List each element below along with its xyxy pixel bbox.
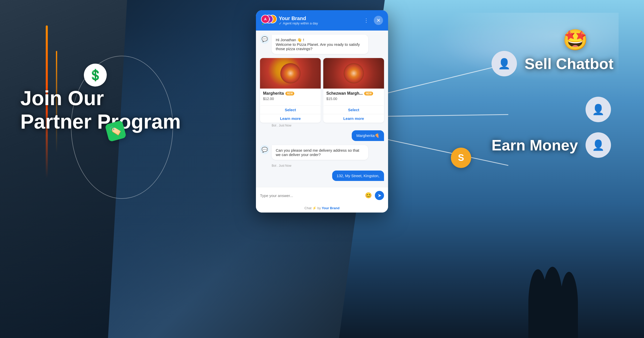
send-button[interactable]: ➤ [375,191,384,200]
product-info-1: Margherita NEW $12.00 [260,89,321,105]
chat-input-area: 😊 ➤ [256,187,388,204]
product-name-row-1: Margherita NEW [263,91,318,96]
product-price-2: $15.00 [326,97,381,101]
delivery-request-message: 💬 Can you please send me delivery addres… [260,145,384,160]
brand-name: Your Brand [279,16,358,21]
chat-header-info: Your Brand ✓ Agent reply within a day [279,16,358,25]
user-icon-3: 👤 [592,139,605,151]
right-content: 👤 Sell Chatbot 👤 Earn Money 👤 [492,51,614,178]
more-options-button[interactable]: ⋮ [362,16,371,25]
partner-program-title: Join Our Partner Program [20,87,181,133]
delivery-address-bubble: 132, My Street, Kingston, [332,171,384,181]
chat-input[interactable] [260,193,362,198]
user-selection-message: Margherita🍕 [260,130,384,141]
building-left [0,0,127,338]
stormtrooper-3 [528,269,547,338]
checkmark-icon: ✓ [279,21,282,25]
product-price-1: $12.00 [263,97,318,101]
dollar-coin: 💲 [84,64,107,87]
sell-chatbot-item: 👤 Sell Chatbot [492,51,614,76]
delivery-bubble: Can you please send me delivery address … [272,145,368,160]
select-button-1[interactable]: Select [260,105,321,114]
emoji-button[interactable]: 😊 [365,192,372,199]
avatar-1: A [261,15,270,23]
user-circle-2: 👤 [586,97,611,122]
new-badge-2: NEW [364,92,373,95]
pizza-visual-2 [344,63,364,83]
new-badge-1: NEW [285,92,294,95]
bot-avatar-1: 💬 [260,35,269,44]
product-name-2: Schezwan Margh... [326,91,363,96]
dollar-icon: 💲 [88,68,102,82]
earn-money-section: 👤 Earn Money 👤 [492,97,614,158]
bot-avatar-2: 💬 [260,145,269,154]
tag-icon: 🏷️ [109,124,122,138]
welcome-message: 💬 Hi Jonathan 👋 !Welcome to Pizza Planet… [260,35,384,54]
sell-chatbot-label: Sell Chatbot [525,55,614,73]
bot-label-1: Bot . Just Now [260,124,384,127]
close-button[interactable]: ✕ [374,16,383,25]
footer-brand: Your Brand [322,206,340,210]
chat-header-actions: ⋮ ✕ [362,16,383,25]
welcome-text: Hi Jonathan 👋 !Welcome to Pizza Planet. … [276,38,360,51]
chat-header: A B C Your Brand ✓ Agent reply within a … [256,10,388,31]
star-emoji: 🤩 [563,28,588,52]
user-circle-3: 👤 [586,132,611,158]
chat-footer: Chat ⚡ by Your Brand [256,204,388,213]
stormtrooper-2 [560,272,578,338]
product-cards: Margherita NEW $12.00 Select Learn more [260,58,384,123]
product-name-1: Margherita [263,91,284,96]
chat-avatars: A B C [261,15,275,26]
chat-body: 💬 Hi Jonathan 👋 !Welcome to Pizza Planet… [256,31,388,187]
product-name-row-2: Schezwan Margh... NEW [326,91,381,96]
learn-more-button-2[interactable]: Learn more [323,114,384,123]
pizza-visual-1 [280,63,301,83]
product-card-margherita: Margherita NEW $12.00 Select Learn more [260,58,321,123]
product-info-2: Schezwan Margh... NEW $15.00 [323,89,384,105]
product-card-schezwan: Schezwan Margh... NEW $15.00 Select Lear… [323,58,384,123]
product-image-2 [323,58,384,89]
online-indicator [262,23,264,25]
delivery-address-message: 132, My Street, Kingston, [260,171,384,181]
product-image-1 [260,58,321,89]
s-coin: S [451,148,471,168]
bot-label-2: Bot . Just Now [260,164,384,167]
left-content: Join Our Partner Program [20,87,181,133]
select-button-2[interactable]: Select [323,105,384,114]
earn-money-label: Earn Money [492,136,578,154]
user-icon-2: 👤 [592,104,605,116]
user-icon-1: 👤 [498,58,511,70]
user-selection-bubble: Margherita🍕 [352,130,384,141]
chat-subtitle: ✓ Agent reply within a day [279,21,358,25]
welcome-bubble: Hi Jonathan 👋 !Welcome to Pizza Planet. … [272,35,368,54]
user-circle-1: 👤 [492,51,517,76]
learn-more-button-1[interactable]: Learn more [260,114,321,123]
chat-window: A B C Your Brand ✓ Agent reply within a … [256,10,388,213]
